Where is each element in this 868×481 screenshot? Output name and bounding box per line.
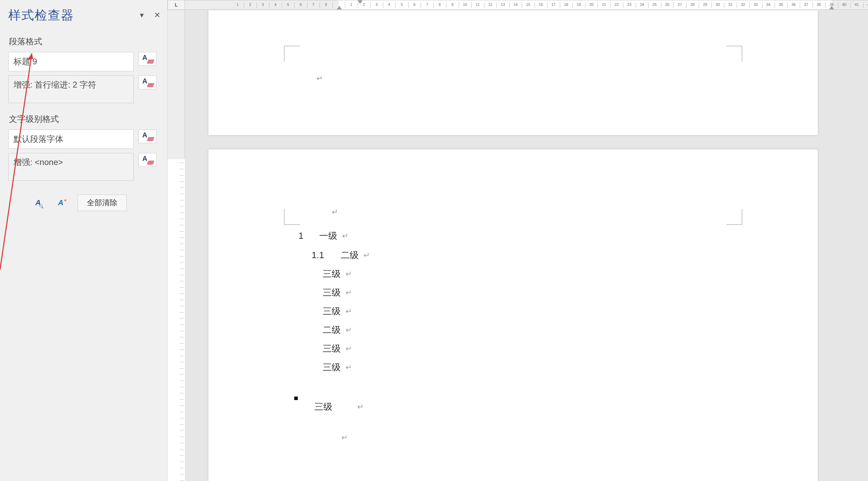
page-canvas[interactable]: ↵ ↵1一级↵1.1二级↵三级↵三级↵三级↵二级↵三级↵三级↵三级↵↵	[185, 10, 868, 481]
ruler-tick: 41	[854, 2, 859, 7]
ruler-bar	[294, 2, 295, 8]
paragraph-mark-icon: ↵	[346, 270, 352, 279]
document-line[interactable]: 1一级↵	[298, 230, 348, 242]
ruler-tick: 16	[539, 2, 543, 7]
paragraph-style-row: 标题 9 A	[8, 52, 160, 71]
v-ruler-tick	[180, 169, 184, 169]
close-icon[interactable]: ✕	[154, 11, 160, 20]
v-ruler-tick	[180, 474, 184, 474]
paragraph-style-field[interactable]: 标题 9	[8, 52, 134, 71]
document-line[interactable]: 三级↵	[323, 268, 352, 280]
ruler-bar	[370, 2, 370, 8]
first-line-indent-marker[interactable]	[358, 0, 363, 4]
ruler-bar	[471, 2, 472, 8]
margin-crop-mark	[284, 209, 300, 225]
clear-text-style-button[interactable]: A	[138, 129, 156, 143]
document-line[interactable]: 二级↵	[323, 324, 352, 336]
ruler-tick: 3	[262, 2, 264, 7]
paragraph-style-value: 标题 9	[14, 56, 37, 67]
panel-options-dropdown-icon[interactable]: ▾	[140, 11, 144, 20]
v-ruler-tick	[180, 455, 184, 456]
document-line[interactable]: 三级↵	[323, 287, 352, 299]
ruler-tick: 24	[640, 2, 644, 7]
document-line[interactable]: 三级↵	[323, 343, 352, 355]
ruler-tick: 34	[766, 2, 770, 7]
v-ruler-tick	[180, 480, 184, 481]
ruler-tick: 4	[274, 2, 276, 7]
v-ruler-tick	[180, 181, 184, 182]
v-ruler-tick	[180, 399, 184, 400]
ruler-bar	[800, 2, 800, 8]
v-ruler-tick	[180, 350, 184, 350]
ruler-bar	[775, 2, 775, 8]
clear-paragraph-enhance-button[interactable]: A	[138, 75, 156, 89]
document-line[interactable]: 三级↵	[323, 361, 352, 373]
paragraph-mark-icon: ↵	[342, 232, 348, 241]
paragraph-mark-icon: ↵	[346, 344, 352, 353]
paragraph-enhance-value: 增强: 首行缩进: 2 字符	[14, 79, 96, 90]
paragraph-enhance-field[interactable]: 增强: 首行缩进: 2 字符	[8, 75, 134, 103]
line-text: 二级	[323, 324, 341, 336]
ruler-tick: 8	[325, 2, 327, 7]
v-ruler-tick	[180, 250, 184, 250]
ruler-tick: 10	[463, 2, 467, 7]
ruler-bar	[863, 2, 863, 8]
paragraph-mark-icon: ↵	[346, 288, 352, 297]
ruler-tick: 7	[426, 2, 428, 7]
ruler-bar	[598, 2, 598, 8]
ruler-bar	[585, 2, 585, 8]
paragraph-mark-icon: ↵	[346, 307, 352, 316]
v-ruler-tick	[180, 424, 184, 425]
panel-bottom-tools: A🔍 A✶ 全部清除	[29, 194, 160, 211]
clear-paragraph-style-button[interactable]: A	[138, 52, 156, 66]
section-label-paragraph: 段落格式	[9, 36, 160, 47]
clear-text-enhance-button[interactable]: A	[138, 153, 156, 167]
ruler-bar	[749, 2, 750, 8]
v-ruler-tick	[180, 287, 184, 288]
horizontal-ruler[interactable]: 8765432112345678910111213141516171819202…	[185, 0, 868, 10]
text-enhance-field[interactable]: 增强: <none>	[8, 153, 134, 181]
ruler-row: L 87654321123456789101112131415161718192…	[168, 0, 868, 10]
text-enhance-row: 增强: <none> A	[8, 153, 160, 181]
ruler-bar	[244, 2, 244, 8]
ruler-tick: 7	[312, 2, 314, 7]
page-current: ↵1一级↵1.1二级↵三级↵三级↵三级↵二级↵三级↵三级↵三级↵↵	[208, 149, 818, 481]
new-style-button[interactable]: A✶	[53, 195, 71, 210]
v-ruler-tick	[180, 368, 184, 369]
ruler-bar	[535, 2, 535, 8]
text-style-field[interactable]: 默认段落字体	[8, 129, 134, 149]
ruler-corner-tab-selector[interactable]: L	[168, 0, 185, 10]
v-ruler-tick	[180, 306, 184, 306]
ruler-bar	[661, 2, 661, 8]
v-ruler-tick	[180, 462, 184, 462]
clear-all-button[interactable]: 全部清除	[78, 194, 127, 211]
v-ruler-active-zone	[168, 159, 185, 481]
ruler-bar	[813, 2, 813, 8]
ruler-tick: 13	[501, 2, 505, 7]
v-ruler-tick	[180, 206, 184, 207]
paragraph-mark-icon: ↵	[346, 326, 352, 335]
document-line[interactable]: 三级↵	[323, 305, 352, 317]
text-style-row: 默认段落字体 A	[8, 129, 160, 149]
v-ruler-tick	[180, 312, 184, 312]
ruler-bar	[332, 2, 333, 8]
panel-header-tools: ▾ ✕	[140, 11, 160, 20]
ruler-tick: 11	[475, 2, 480, 7]
document-line-current[interactable]: 三级↵	[314, 401, 364, 413]
ruler-bar	[509, 2, 510, 8]
page-previous: ↵	[208, 10, 818, 135]
ruler-bar	[395, 2, 396, 8]
left-indent-marker[interactable]	[337, 6, 342, 9]
text-style-value: 默认段落字体	[14, 134, 63, 145]
document-workspace: L 87654321123456789101112131415161718192…	[168, 0, 868, 481]
ruler-tick: 5	[401, 2, 403, 7]
v-ruler-tick	[180, 293, 184, 294]
v-ruler-tick	[180, 212, 184, 213]
vertical-ruler[interactable]	[168, 10, 185, 481]
ruler-tick: 8	[439, 2, 441, 7]
reveal-formatting-button[interactable]: A🔍	[29, 195, 47, 210]
document-line[interactable]: 1.1二级↵	[312, 249, 370, 261]
ruler-bar	[282, 2, 282, 8]
text-enhance-value: 增强: <none>	[14, 157, 63, 168]
ruler-bar	[762, 2, 762, 8]
